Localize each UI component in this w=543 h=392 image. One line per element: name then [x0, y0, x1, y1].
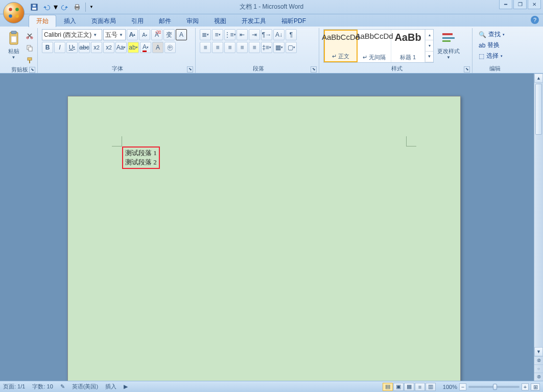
zoom-in-button[interactable]: + — [522, 383, 529, 390]
superscript-button[interactable]: x2 — [103, 42, 114, 53]
paragraph-2[interactable]: 测试段落 2 — [125, 158, 157, 167]
save-button[interactable] — [29, 2, 40, 13]
tab-developer[interactable]: 开发工具 — [234, 15, 274, 27]
gallery-up[interactable]: ▴ — [425, 30, 433, 40]
redo-button[interactable] — [59, 2, 70, 13]
show-marks-button[interactable]: ¶ — [286, 29, 297, 40]
subscript-button[interactable]: x2 — [91, 42, 102, 53]
numbering-button[interactable]: ≡▾ — [212, 29, 223, 40]
sort-button[interactable]: A↓ — [273, 29, 285, 40]
font-launcher[interactable]: ⬊ — [187, 66, 193, 72]
align-left-button[interactable]: ≡ — [200, 42, 211, 53]
font-family-combo[interactable]: Calibri (西文正文)▼ — [42, 29, 102, 40]
style-no-spacing[interactable]: AaBbCcDd ↵ 无间隔 — [358, 30, 391, 62]
zoom-thumb[interactable] — [493, 384, 497, 390]
zoom-level[interactable]: 100% — [443, 384, 457, 390]
scroll-thumb[interactable] — [535, 84, 542, 135]
style-heading-1[interactable]: AaBb 标题 1 — [391, 30, 425, 62]
line-spacing-button[interactable]: ‡≡▾ — [261, 42, 272, 53]
help-button[interactable]: ? — [531, 16, 539, 24]
tab-insert[interactable]: 插入 — [56, 15, 84, 27]
copy-button[interactable] — [24, 42, 35, 54]
minimize-button[interactable]: ━ — [499, 0, 512, 9]
page[interactable]: 测试段落 1 测试段落 2 — [67, 96, 461, 381]
status-proof-icon[interactable]: ✎ — [60, 383, 65, 390]
restore-button[interactable]: ❐ — [513, 0, 527, 9]
undo-dropdown[interactable]: ▾ — [53, 2, 58, 13]
paste-button[interactable]: 粘贴 ▼ — [4, 29, 23, 65]
bullets-button[interactable]: ≣▾ — [200, 29, 211, 40]
font-color-button[interactable]: A▾ — [140, 42, 151, 53]
gallery-more[interactable]: ▼ — [425, 52, 433, 62]
scroll-up-button[interactable]: ▲ — [534, 74, 543, 83]
status-macro-icon[interactable]: ▶ — [124, 383, 128, 390]
zoom-slider[interactable] — [468, 386, 520, 388]
status-page[interactable]: 页面: 1/1 — [3, 383, 25, 390]
strikethrough-button[interactable]: abc — [79, 42, 90, 53]
change-case-button[interactable]: Aa▾ — [115, 42, 127, 53]
bold-button[interactable]: B — [42, 42, 53, 53]
increase-indent-button[interactable]: ⇥ — [249, 29, 260, 40]
status-mode[interactable]: 插入 — [105, 383, 116, 390]
tab-home[interactable]: 开始 — [29, 15, 56, 27]
multilevel-button[interactable]: ⋮≡▾ — [224, 29, 235, 40]
document-viewport[interactable]: 测试段落 1 测试段落 2 — [0, 74, 543, 381]
qat-customize-dropdown[interactable]: ▼ — [88, 2, 95, 13]
distributed-button[interactable]: ≡ — [249, 42, 260, 53]
scroll-track[interactable] — [534, 83, 543, 347]
underline-button[interactable]: U ▾ — [66, 42, 78, 53]
font-size-combo[interactable]: 五号▼ — [103, 29, 126, 40]
styles-launcher[interactable]: ⬊ — [464, 66, 470, 72]
zoom-fit-button[interactable]: ⊞ — [531, 383, 540, 390]
italic-button[interactable]: I — [54, 42, 65, 53]
align-right-button[interactable]: ≡ — [224, 42, 235, 53]
close-button[interactable]: ✕ — [528, 0, 541, 9]
shrink-font-button[interactable]: A▾ — [139, 29, 150, 40]
quick-print-button[interactable] — [72, 2, 83, 13]
cut-button[interactable] — [24, 30, 35, 41]
grow-font-button[interactable]: A▴ — [127, 29, 138, 40]
style-normal[interactable]: AaBbCcDd ↵ 正文 — [324, 30, 358, 62]
full-screen-view[interactable]: ▣ — [393, 383, 404, 391]
justify-button[interactable]: ≡ — [237, 42, 248, 53]
status-words[interactable]: 字数: 10 — [32, 383, 53, 390]
select-button[interactable]: ⬚选择▾ — [477, 51, 505, 61]
gallery-down[interactable]: ▾ — [425, 40, 433, 51]
clipboard-launcher[interactable]: ⬊ — [29, 67, 35, 73]
tab-foxit-pdf[interactable]: 福昕PDF — [274, 15, 314, 27]
decrease-indent-button[interactable]: ⇤ — [237, 29, 248, 40]
office-button[interactable] — [3, 2, 25, 23]
clear-formatting-button[interactable]: A⌫ — [151, 29, 162, 40]
scroll-down-button[interactable]: ▼ — [534, 347, 543, 356]
paragraph-launcher[interactable]: ⬊ — [311, 66, 317, 72]
char-border-button[interactable]: A — [176, 29, 187, 40]
align-center-button[interactable]: ≡ — [212, 42, 223, 53]
tab-review[interactable]: 审阅 — [179, 15, 206, 27]
print-layout-view[interactable]: ▤ — [383, 383, 393, 391]
shading-button[interactable]: ▦▾ — [273, 42, 285, 53]
highlight-button[interactable]: ab▾ — [128, 42, 139, 53]
status-language[interactable]: 英语(美国) — [72, 383, 98, 390]
outline-view[interactable]: ≡ — [415, 383, 425, 391]
paragraph-1[interactable]: 测试段落 1 — [125, 149, 157, 158]
format-painter-button[interactable] — [24, 55, 35, 66]
tab-references[interactable]: 引用 — [124, 15, 151, 27]
char-shading-button[interactable]: A — [152, 42, 163, 53]
phonetic-guide-button[interactable]: 变 — [163, 29, 175, 40]
draft-view[interactable]: ▥ — [426, 383, 436, 391]
find-button[interactable]: 🔍查找▾ — [477, 29, 507, 40]
prev-page-button[interactable]: ⦿ — [534, 356, 543, 364]
undo-button[interactable] — [41, 2, 52, 13]
change-styles-button[interactable]: 更改样式 ▼ — [435, 29, 462, 65]
tab-page-layout[interactable]: 页面布局 — [84, 15, 124, 27]
ltr-button[interactable]: ¶→ — [261, 29, 272, 40]
zoom-out-button[interactable]: − — [459, 383, 466, 390]
browse-object-button[interactable]: ○ — [534, 364, 543, 373]
tab-mailings[interactable]: 邮件 — [151, 15, 179, 27]
replace-button[interactable]: ab替换 — [477, 40, 502, 51]
enclose-char-button[interactable]: ㊥ — [164, 42, 176, 53]
tab-view[interactable]: 视图 — [206, 15, 234, 27]
next-page-button[interactable]: ⦿ — [534, 373, 543, 381]
web-layout-view[interactable]: ▦ — [404, 383, 414, 391]
borders-button[interactable]: ▢▾ — [286, 42, 297, 53]
